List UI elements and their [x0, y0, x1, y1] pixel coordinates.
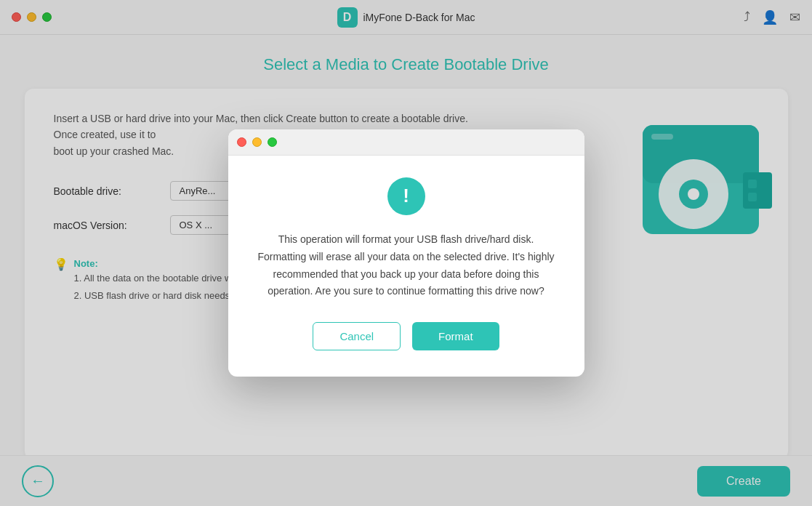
- modal-body: ! This operation will format your USB fl…: [228, 156, 584, 377]
- modal-minimize-button[interactable]: [252, 137, 262, 147]
- modal-maximize-button[interactable]: [268, 137, 277, 147]
- modal-overlay: ! This operation will format your USB fl…: [0, 0, 812, 506]
- modal-message: This operation will format your USB flas…: [257, 231, 555, 300]
- modal-titlebar: [228, 129, 584, 156]
- format-button[interactable]: Format: [412, 322, 499, 350]
- cancel-button[interactable]: Cancel: [313, 322, 401, 350]
- modal-buttons: Cancel Format: [313, 322, 499, 350]
- modal-close-button[interactable]: [237, 137, 246, 147]
- warning-icon: !: [387, 177, 425, 215]
- format-warning-modal: ! This operation will format your USB fl…: [228, 129, 584, 377]
